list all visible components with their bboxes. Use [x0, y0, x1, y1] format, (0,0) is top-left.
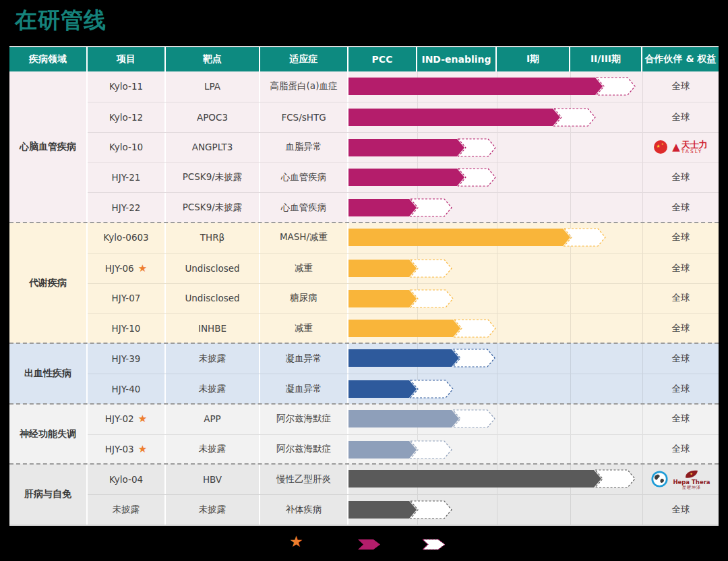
- phase-bar-cell: [348, 343, 642, 374]
- page-title: 在研管线: [15, 5, 107, 36]
- project-cell: HJY-39: [88, 343, 166, 374]
- phase-bar-cell: [348, 374, 642, 404]
- phase-progress-bar: [348, 163, 642, 192]
- column-header: PCC: [348, 47, 417, 71]
- phase-progress-bar: [348, 314, 642, 343]
- partner-cell: 全球: [642, 404, 719, 434]
- partner-label: 全球: [672, 353, 690, 365]
- star-icon: ★: [138, 262, 147, 274]
- target-cell: HBV: [166, 464, 260, 494]
- disease-group: 代谢疾病 Kylo-0603 THRβ MASH/减重 全球 HJY-06★ U…: [9, 223, 719, 343]
- target-cell: 未披露: [166, 435, 260, 465]
- partner-cell: 全球: [642, 102, 719, 132]
- phase-bar-cell: [348, 163, 642, 192]
- partner-label: 全球: [672, 292, 690, 304]
- phase-progress-bar: [348, 343, 642, 373]
- project-label: HJY-40: [112, 384, 141, 394]
- table-row: HJY-07 Undisclosed 糖尿病 全球: [88, 283, 719, 314]
- partner-cell: 全球: [642, 314, 719, 343]
- phase-bar-cell: [348, 71, 642, 102]
- phase-progress-bar: [348, 71, 642, 101]
- phase-progress-bar: [348, 374, 642, 404]
- indication-cell: 阿尔兹海默症: [260, 404, 348, 434]
- column-header: I期: [497, 47, 570, 71]
- project-label: HJY-06: [105, 263, 134, 274]
- partner-label: 全球: [672, 413, 690, 425]
- table-row: HJY-03★ 未披露 阿尔兹海默症 全球: [88, 434, 719, 465]
- project-cell: 未披露: [88, 495, 166, 525]
- indication-cell: 心血管疾病: [260, 193, 348, 223]
- project-cell: HJY-06★: [88, 254, 166, 283]
- target-cell: Undisclosed: [166, 254, 260, 283]
- disease-group: 神经功能失调 HJY-02★ APP 阿尔兹海默症 全球 HJY-03★ 未披露…: [9, 404, 719, 465]
- target-cell: ANGPLT3: [166, 133, 260, 163]
- partner-label: 全球: [672, 231, 690, 243]
- dashed-arrow-icon: [422, 539, 446, 550]
- phase-progress-bar: [348, 435, 642, 465]
- project-label: HJY-22: [112, 202, 141, 213]
- table-body: 心脑血管疾病 Kylo-11 LPA 高脂蛋白(a)血症 全球 Kylo-12 …: [9, 71, 719, 525]
- phase-bar-cell: [348, 284, 642, 314]
- project-label: HJY-21: [112, 172, 141, 183]
- svg-text:★: ★: [657, 144, 661, 149]
- table-row: Kylo-10 ANGPLT3 血脂异常 ★★ ▲ 天士力TASLY: [88, 132, 719, 163]
- partner-cell: ✦ Hepa Thera星曜坤泽: [642, 464, 719, 494]
- table-row: HJY-21 PCSK9/未披露 心血管疾病 全球: [88, 162, 719, 192]
- phase-bar-cell: [348, 464, 642, 494]
- partner-cell: 全球: [642, 71, 719, 102]
- phase-progress-bar: [348, 464, 642, 494]
- star-icon: ★: [138, 443, 147, 455]
- indication-cell: 凝血异常: [260, 374, 348, 404]
- solid-arrow-icon: [358, 539, 381, 550]
- project-cell: HJY-22: [88, 193, 166, 223]
- pipeline-table: 疾病领域项目靶点适应症PCCIND-enablingI期II/III期合作伙伴 …: [9, 47, 719, 525]
- project-cell: HJY-02★: [88, 404, 166, 434]
- project-cell: HJY-10: [88, 314, 166, 343]
- partner-cell: 全球: [642, 193, 719, 223]
- project-cell: HJY-03★: [88, 435, 166, 465]
- phase-bar-cell: [348, 404, 642, 434]
- indication-cell: 慢性乙型肝炎: [260, 464, 348, 494]
- phase-progress-bar: [348, 102, 642, 132]
- svg-text:★: ★: [661, 142, 664, 146]
- project-cell: HJY-07: [88, 284, 166, 314]
- globe-icon: [651, 471, 668, 488]
- phase-bar-cell: [348, 254, 642, 283]
- project-label: Kylo-11: [109, 81, 143, 92]
- column-header: II/III期: [570, 47, 642, 71]
- indication-cell: 心血管疾病: [260, 163, 348, 192]
- target-cell: APP: [166, 404, 260, 434]
- svg-text:✦: ✦: [690, 471, 693, 476]
- star-icon: ★: [138, 413, 147, 425]
- phase-bar-cell: [348, 133, 642, 163]
- project-label: HJY-07: [112, 293, 141, 303]
- project-cell: Kylo-10: [88, 133, 166, 163]
- phase-progress-bar: [348, 193, 642, 223]
- partner-cell: 全球: [642, 343, 719, 374]
- partner-label: 全球: [672, 443, 690, 455]
- project-label: HJY-39: [112, 353, 141, 364]
- phase-progress-bar: [348, 254, 642, 283]
- partner-label: 全球: [672, 111, 690, 123]
- project-cell: HJY-21: [88, 163, 166, 192]
- target-cell: THRβ: [166, 223, 260, 253]
- target-cell: PCSK9/未披露: [166, 193, 260, 223]
- target-cell: INHBE: [166, 314, 260, 343]
- disease-area-label: 神经功能失调: [9, 404, 88, 465]
- disease-area-label: 心脑血管疾病: [9, 71, 88, 223]
- project-label: 未披露: [113, 504, 140, 516]
- disease-area-label: 肝病与自免: [9, 464, 88, 525]
- indication-cell: 补体疾病: [260, 495, 348, 525]
- indication-cell: FCS/sHTG: [260, 102, 348, 132]
- partner-cell: 全球: [642, 435, 719, 465]
- project-cell: Kylo-0603: [88, 223, 166, 253]
- phase-progress-bar: [348, 495, 642, 525]
- disease-group: 出血性疾病 HJY-39 未披露 凝血异常 全球 HJY-40 未披露 凝血异常…: [9, 343, 719, 404]
- project-label: HJY-02: [105, 413, 134, 424]
- hepathera-logo: ✦ Hepa Thera星曜坤泽: [673, 469, 710, 490]
- phase-progress-bar: [348, 133, 642, 163]
- partner-label: 全球: [672, 383, 690, 395]
- table-row: HJY-22 PCSK9/未披露 心血管疾病 全球: [88, 192, 719, 223]
- indication-cell: 阿尔兹海默症: [260, 435, 348, 465]
- indication-cell: 糖尿病: [260, 284, 348, 314]
